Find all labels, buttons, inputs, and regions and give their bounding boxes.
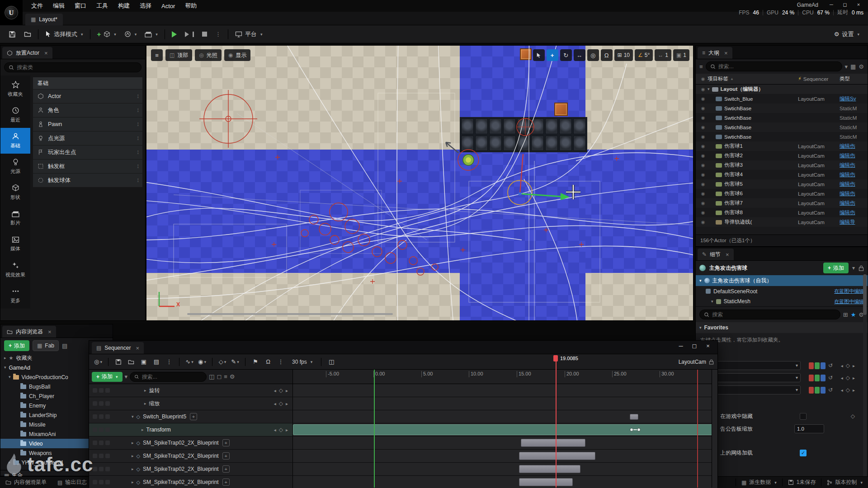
track-row-rotation[interactable]: ▸ 旋转 ◂◇▸: [89, 384, 717, 397]
outliner-row[interactable]: ◉伤害球3LayoutCam编辑伤: [696, 160, 868, 170]
expander-icon[interactable]: ▸: [144, 402, 146, 406]
viewport-show-button[interactable]: ◉ 显示: [224, 49, 250, 61]
type-link[interactable]: 编辑伤: [840, 209, 865, 216]
expander-icon[interactable]: ▸: [144, 389, 146, 393]
snap-button[interactable]: Ω: [263, 357, 274, 367]
source-control-button[interactable]: 版本控制 ▾: [821, 479, 868, 486]
tab-details[interactable]: ✎ 细节 ×: [698, 249, 734, 260]
place-item-character[interactable]: 角色 ⁞⁞: [33, 103, 142, 117]
track-state-icons[interactable]: [93, 467, 110, 471]
visibility-eye-icon[interactable]: ◉: [698, 220, 708, 225]
track-row-spiketrap[interactable]: ▸ ◇ SM_SpikeTrap02_2X_Blueprint +: [89, 436, 717, 450]
track-search[interactable]: [130, 372, 207, 382]
save-button[interactable]: [5, 28, 20, 41]
active-camera[interactable]: LayoutCam: [679, 359, 714, 365]
rail-vfx[interactable]: 视觉效果: [0, 257, 30, 283]
outliner-row[interactable]: ◉伤害球1LayoutCam编辑伤: [696, 141, 868, 151]
column-type[interactable]: 类型: [840, 75, 865, 82]
place-item-trigger-sphere[interactable]: 触发球体 ⁞⁞: [33, 174, 142, 187]
outliner-search[interactable]: [706, 61, 842, 71]
expander-icon[interactable]: ▾: [4, 366, 6, 370]
curve-editor-button[interactable]: ∿▾: [184, 357, 195, 367]
type-link[interactable]: 编辑伤: [840, 152, 865, 159]
tab-content-browser[interactable]: 内容浏览器 ×: [2, 326, 56, 338]
drag-handle-icon[interactable]: ⁞⁞: [137, 108, 138, 113]
rail-basic[interactable]: 基础: [0, 128, 30, 154]
output-log-button[interactable]: ▤ 输出日志: [52, 477, 92, 488]
auto-key-button[interactable]: ✎▾: [230, 357, 241, 367]
track-lane[interactable]: [293, 463, 717, 475]
keyframe-dot[interactable]: [637, 428, 641, 432]
content-add-button[interactable]: + 添加: [4, 340, 29, 351]
outliner-row[interactable]: ◉伤害球2LayoutCam编辑伤: [696, 151, 868, 160]
expander-icon[interactable]: ▾: [708, 87, 710, 91]
rail-cinematic[interactable]: 影片: [0, 206, 30, 231]
visibility-eye-icon[interactable]: ◉: [698, 211, 708, 215]
world-options-button[interactable]: ◎▾: [93, 357, 104, 367]
type-link[interactable]: 编辑伤: [840, 162, 865, 169]
keyframe-nav[interactable]: ◂◇▸: [274, 427, 288, 433]
menu-build[interactable]: 构建: [113, 0, 135, 12]
drag-handle-icon[interactable]: ⁞⁞: [137, 150, 138, 155]
visibility-eye-icon[interactable]: ◉: [698, 116, 708, 120]
place-item-point-light[interactable]: 点光源 ⁞⁞: [33, 131, 142, 145]
visibility-eye-icon[interactable]: ◉: [698, 154, 708, 158]
details-search-input[interactable]: [712, 311, 836, 318]
marker-button[interactable]: ⚑: [250, 357, 261, 367]
menu-select[interactable]: 选择: [135, 0, 156, 12]
track-row-spiketrap[interactable]: ▸ ◇ SM_SpikeTrap02_2X_Blueprint +: [89, 463, 717, 476]
rotate-tool-button[interactable]: ↻: [560, 49, 572, 61]
viewport-h-scrollbar[interactable]: [187, 313, 393, 315]
drag-handle-icon[interactable]: ⁞⁞: [137, 136, 138, 141]
visibility-eye-icon[interactable]: ◉: [698, 87, 708, 92]
section-bar[interactable]: [630, 414, 638, 420]
drag-handle-icon[interactable]: ⁞⁞: [137, 164, 138, 169]
menu-help[interactable]: 帮助: [180, 0, 202, 12]
sequencer-ruler[interactable]: -5.00 0.00 5.00 10.00 15.00 20.00 25.00 …: [293, 370, 717, 384]
section-bar[interactable]: [519, 452, 595, 460]
layout-a-button[interactable]: ◫: [209, 374, 214, 380]
place-actor-search[interactable]: [4, 62, 142, 72]
add-actor-dropdown[interactable]: + ▾: [93, 28, 120, 41]
expander-icon[interactable]: ▸: [4, 356, 6, 360]
key-channel-green-chip[interactable]: [815, 387, 820, 394]
details-search[interactable]: [699, 310, 840, 319]
add-section-button[interactable]: +: [222, 465, 230, 473]
section-bar[interactable]: [521, 439, 585, 447]
tab-outliner[interactable]: ≡ 大纲 ×: [698, 47, 732, 59]
platforms-dropdown[interactable]: 平台 ▾: [231, 28, 267, 41]
track-filter-button[interactable]: ▾: [125, 374, 128, 380]
visibility-eye-icon[interactable]: ◉: [698, 182, 708, 187]
outliner-row[interactable]: ◉伤害球7LayoutCam编辑伤: [696, 198, 868, 208]
edit-in-blueprint-link[interactable]: 在蓝图中编辑: [834, 288, 864, 295]
close-button[interactable]: ×: [701, 343, 715, 349]
unsaved-button[interactable]: 1未保存: [782, 479, 821, 486]
track-lane[interactable]: [293, 436, 717, 449]
outliner-row[interactable]: ◉伤害球4LayoutCam编辑伤: [696, 170, 868, 179]
scale-snap-button[interactable]: ↔ 1: [655, 49, 671, 61]
property-dropdown[interactable]: ▾: [706, 361, 801, 370]
minimize-button[interactable]: ─: [674, 343, 688, 349]
close-icon[interactable]: ×: [726, 251, 729, 258]
maximize-button[interactable]: ◻: [688, 343, 701, 349]
track-state-icons[interactable]: [93, 441, 110, 445]
keyframe-nav[interactable]: ◂◇▸: [274, 400, 288, 407]
camera-speed-button[interactable]: ▣ 1: [673, 49, 689, 61]
reset-property-button[interactable]: ↺: [828, 363, 833, 368]
place-item-trigger-box[interactable]: 触发框 ⁞⁞: [33, 160, 142, 173]
close-icon[interactable]: ×: [136, 345, 139, 352]
drag-handle-icon[interactable]: ⁞⁞: [137, 94, 138, 99]
select-tool-button[interactable]: [533, 49, 545, 61]
save-sequence-button[interactable]: [113, 357, 124, 367]
column-item-label[interactable]: 项目标签: [708, 75, 728, 82]
track-row-spiketrap[interactable]: ▸ ◇ SM_SpikeTrap02_2X_Blueprint +: [89, 450, 717, 463]
viewport-lit-button[interactable]: ◎ 光照: [195, 49, 221, 61]
key-channel-red-chip[interactable]: [809, 375, 814, 381]
type-link[interactable]: 编辑伤: [840, 181, 865, 188]
type-link[interactable]: 编辑伤: [840, 190, 865, 197]
key-channel-green-chip[interactable]: [815, 375, 820, 381]
place-item-player-start[interactable]: 玩家出生点 ⁞⁞: [33, 145, 142, 159]
favorites-star-icon[interactable]: ★: [851, 312, 856, 318]
place-item-actor[interactable]: Actor ⁞⁞: [33, 89, 142, 103]
type-link[interactable]: 编辑伤: [840, 171, 865, 178]
